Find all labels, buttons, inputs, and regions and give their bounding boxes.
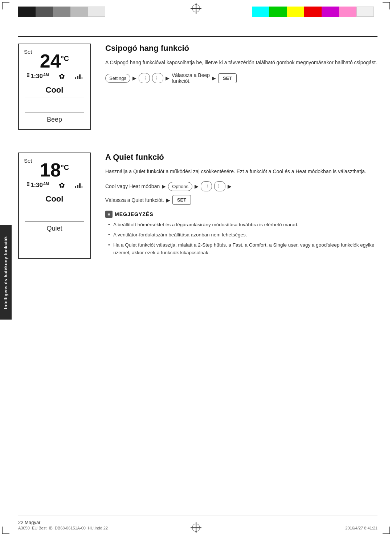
flow-arrow-3: ▶ [212, 75, 216, 81]
quiet-underline3 [25, 222, 84, 222]
quiet-device-panel: Set 18°C ⠿ 1:30 AM ✿ Cool Quiet [18, 153, 91, 259]
beep-section-right: Csipogó hang funkció A Csipogó hang funk… [105, 44, 377, 130]
beep-underline [25, 83, 84, 83]
quiet-flow-arrow2: ▶ [195, 183, 199, 189]
quiet-time-row: ⠿ 1:30 AM ✿ [25, 181, 84, 190]
quiet-bottom-label: Quiet [25, 225, 84, 232]
quiet-underline [25, 192, 84, 192]
beep-temperature: 24°C [40, 52, 69, 70]
beep-fan-icon: ✿ [59, 72, 65, 81]
beep-set-label: Set [24, 49, 32, 55]
quiet-flow-text2: Válassza a Quiet funkciót. [105, 197, 164, 203]
reg-mark-bottom-center [191, 522, 201, 533]
note-list: A beállított hőmérséklet és a légáramlás… [105, 221, 377, 256]
right-chevron-btn[interactable]: 〉 [152, 73, 163, 83]
beep-section-title: Csipogó hang funkció [105, 44, 377, 56]
quiet-section-right: A Quiet funkció Használja a Quiet funkci… [105, 153, 377, 259]
quiet-flow-text1: Cool vagy Heat módban [105, 183, 160, 189]
beep-underline3 [25, 113, 84, 113]
quiet-set-label: Set [24, 158, 32, 164]
flow-arrow-2: ▶ [166, 75, 170, 81]
quiet-right-chevron[interactable]: 〉 [214, 181, 225, 191]
settings-button[interactable]: Settings [105, 74, 130, 83]
quiet-time: ⠿ 1:30 AM [26, 182, 49, 189]
beep-flow-desc: Válassza a Beepfunkciót. [172, 72, 210, 84]
options-button[interactable]: Options [168, 182, 192, 191]
footer-date: 2016/4/27 8:41:21 [345, 526, 377, 530]
beep-time-row: ⠿ 1:30 AM ✿ [25, 72, 84, 81]
left-chevron-btn[interactable]: 〈 [139, 73, 150, 83]
reg-mark-top-center [191, 3, 201, 14]
bottom-rule [18, 516, 377, 516]
top-rule [18, 36, 377, 37]
beep-time: ⠿ 1:30 AM [26, 73, 49, 80]
beep-signal-icon [75, 73, 83, 79]
quiet-section-title: A Quiet funkció [105, 153, 377, 165]
corner-mark-tr [383, 2, 390, 9]
beep-mode: Cool [25, 85, 84, 95]
quiet-underline2 [25, 206, 84, 206]
note-item-2: A ventilátor-fordulatszám beállítása azo… [108, 231, 377, 239]
set-button[interactable]: SET [218, 73, 237, 83]
quiet-flow-arrow3: ▶ [228, 183, 232, 189]
sidebar-label: Intelligens és hatékony funkciók [3, 236, 8, 309]
section-quiet: Set 18°C ⠿ 1:30 AM ✿ Cool Quiet [18, 153, 377, 259]
beep-section-desc: A Csipogó hang funkcióval kapcsolhatja b… [105, 58, 377, 66]
color-strip-left [18, 7, 105, 17]
quiet-flow-row1: Cool vagy Heat módban ▶ Options ▶ 〈 〉 ▶ [105, 181, 377, 191]
note-icon: ≡ [105, 211, 113, 218]
quiet-flow-row2: Válassza a Quiet funkciót. ▶ SET [105, 195, 377, 205]
quiet-temperature: 18°C [40, 161, 69, 179]
beep-bottom-label: Beep [25, 116, 84, 123]
note-item-3: Ha a Quiet funkciót választja, mialatt a… [108, 241, 377, 257]
color-strip-right [252, 7, 374, 17]
quiet-fan-icon: ✿ [59, 181, 65, 190]
flow-arrow-1: ▶ [132, 75, 136, 81]
beep-underline2 [25, 97, 84, 97]
note-header: ≡ MEGJEGYZÉS [105, 211, 377, 218]
note-item-1: A beállított hőmérséklet és a légáramlás… [108, 221, 377, 229]
note-section: ≡ MEGJEGYZÉS A beállított hőmérséklet és… [105, 211, 377, 256]
quiet-signal-icon [75, 182, 83, 188]
corner-mark-br [383, 527, 390, 534]
quiet-flow-arrow1: ▶ [162, 183, 166, 189]
footer-page-number: 22 Magyar [18, 520, 40, 525]
beep-flow-row: Settings ▶ 〈 〉 ▶ Válassza a Beepfunkciót… [105, 72, 377, 84]
quiet-section-desc: Használja a Quiet funkciót a működési za… [105, 167, 377, 175]
quiet-left-chevron[interactable]: 〈 [201, 181, 212, 191]
quiet-temp-row: 18°C [25, 159, 84, 179]
section-beep: Set 24°C ⠿ 1:30 AM ✿ Cool Beep [18, 44, 377, 130]
corner-mark-bl [2, 527, 9, 534]
corner-mark-tl [2, 2, 9, 9]
footer-filename: A3050_EU Best_IB_DB68-06151A-00_HU.indd … [18, 526, 108, 530]
note-title: MEGJEGYZÉS [115, 211, 153, 217]
sidebar: Intelligens és hatékony funkciók [0, 225, 12, 320]
quiet-flow-arrow4: ▶ [166, 197, 170, 203]
quiet-set-button[interactable]: SET [172, 195, 191, 205]
quiet-mode: Cool [25, 194, 84, 204]
beep-device-panel: Set 24°C ⠿ 1:30 AM ✿ Cool Beep [18, 44, 91, 130]
beep-temp-row: 24°C [25, 50, 84, 70]
